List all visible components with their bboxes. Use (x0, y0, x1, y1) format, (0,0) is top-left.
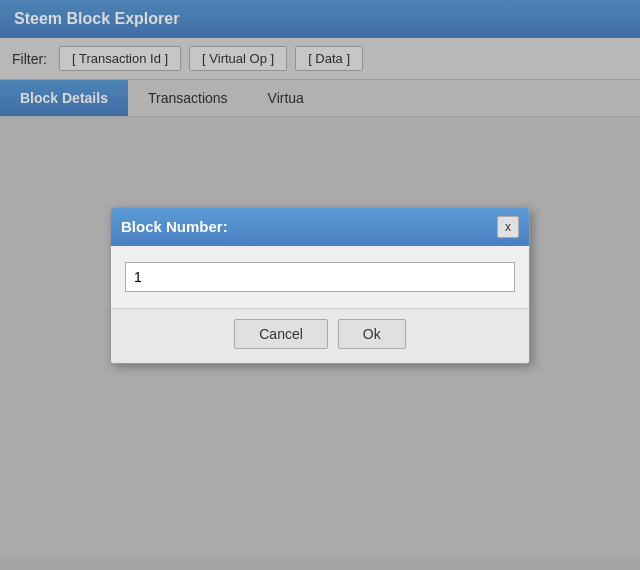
dialog-footer: Cancel Ok (111, 308, 529, 363)
block-number-input[interactable] (125, 262, 515, 292)
app-container: Steem Block Explorer Filter: [ Transacti… (0, 0, 640, 570)
dialog: Block Number: x Cancel Ok (110, 207, 530, 364)
dialog-body (111, 246, 529, 308)
dialog-title: Block Number: (121, 218, 228, 235)
cancel-button[interactable]: Cancel (234, 319, 328, 349)
dialog-close-button[interactable]: x (497, 216, 519, 238)
ok-button[interactable]: Ok (338, 319, 406, 349)
modal-overlay: Block Number: x Cancel Ok (0, 0, 640, 570)
dialog-header: Block Number: x (111, 208, 529, 246)
